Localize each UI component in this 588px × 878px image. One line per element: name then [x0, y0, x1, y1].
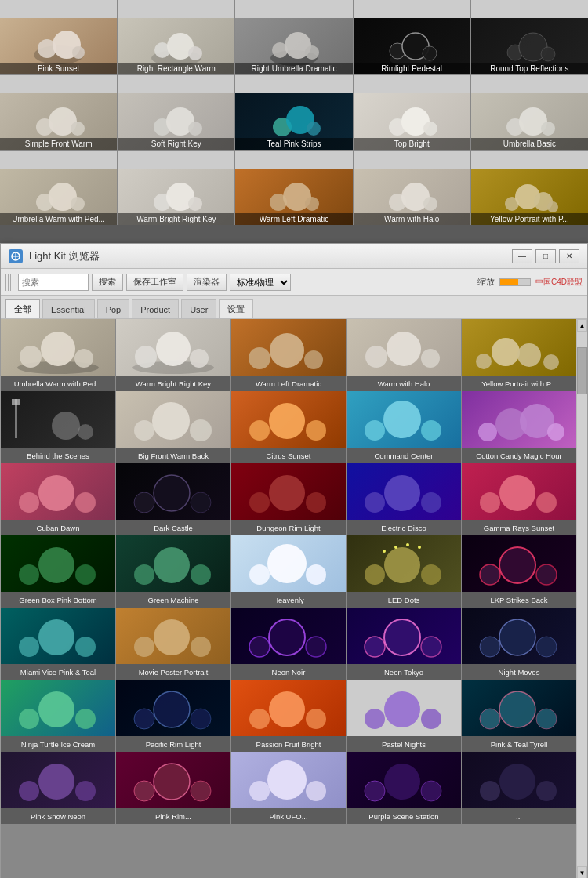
top-thumb-rimlight[interactable]: Rimlight Pedestal: [354, 0, 470, 74]
svg-point-151: [536, 709, 557, 729]
top-thumb-umbrella-warm-ped[interactable]: Umbrella Warm with Ped...: [0, 151, 117, 225]
svg-point-66: [421, 349, 440, 368]
top-thumb-label: Soft Right Key: [118, 138, 234, 150]
search-button[interactable]: 搜索: [92, 274, 123, 291]
grid-item-heavenly[interactable]: Heavenly: [231, 535, 346, 608]
grid-item-dark-castle[interactable]: Dark Castle: [116, 463, 230, 535]
grid-item-dungeon[interactable]: Dungeon Rim Light: [231, 463, 346, 535]
grid-item-movie-poster[interactable]: Movie Poster Portrait: [116, 608, 230, 680]
grid-item-warm-bright[interactable]: Warm Bright Right Key: [116, 319, 230, 391]
grid-item-miami-vice[interactable]: Miami Vice Pink & Teal: [1, 608, 115, 680]
grid-item-pastel-nights[interactable]: Pastel Nights: [347, 680, 461, 752]
tab-settings[interactable]: 设置: [219, 299, 253, 318]
svg-point-144: [269, 691, 305, 727]
tab-essential[interactable]: Essential: [42, 299, 95, 318]
grid-item-lkp-strikes[interactable]: LKP Strikes Back: [462, 535, 576, 608]
grid-item-green-machine[interactable]: Green Machine: [116, 535, 230, 608]
svg-point-166: [536, 781, 557, 801]
svg-point-80: [306, 420, 326, 441]
grid-item-neon-noir[interactable]: Neon Noir: [231, 608, 346, 680]
grid-item-pink-teal[interactable]: Pink & Teal Tyrell: [462, 680, 576, 752]
top-thumb-right-rect[interactable]: Right Rectangle Warm: [118, 0, 234, 74]
close-button[interactable]: ✕: [559, 249, 579, 263]
top-thumb-pink-sunset[interactable]: Pink Sunset: [0, 0, 117, 74]
grid-item-warm-halo[interactable]: Warm with Halo: [347, 319, 461, 391]
top-thumb-warm-halo[interactable]: Warm with Halo: [354, 151, 470, 225]
grid-item-label: Cotton Candy Magic Hour: [462, 448, 576, 463]
grid-item-purple-scene[interactable]: Purple Scene Station: [347, 752, 461, 824]
scrollbar-up-arrow[interactable]: ▲: [577, 319, 587, 332]
svg-point-68: [492, 338, 520, 366]
top-thumb-teal-pink[interactable]: Teal Pink Strips: [235, 75, 352, 150]
grid-item-electric-disco[interactable]: Electric Disco: [347, 463, 461, 535]
svg-point-60: [190, 349, 209, 368]
svg-point-138: [38, 691, 74, 727]
scrollbar-track[interactable]: ▲ ▼: [576, 319, 587, 878]
search-input[interactable]: [18, 274, 89, 291]
svg-point-141: [154, 691, 190, 727]
renderer-select[interactable]: 标准/物理: [230, 274, 291, 291]
top-thumb-warm-bright-right[interactable]: Warm Bright Right Key: [118, 151, 234, 225]
svg-point-33: [541, 122, 555, 136]
svg-point-79: [269, 403, 305, 439]
tab-product[interactable]: Product: [132, 299, 179, 318]
grid-row-7: Pink Snow Neon Pink Rim...: [1, 752, 576, 824]
maximize-button[interactable]: □: [535, 249, 556, 263]
grid-item-umbrella-warm[interactable]: Umbrella Warm with Ped...: [1, 319, 115, 391]
grid-item-pink-rim[interactable]: Pink Rim...: [116, 752, 230, 824]
grid-item-cotton-candy[interactable]: Cotton Candy Magic Hour: [462, 391, 576, 463]
grid-item-led-dots[interactable]: LED Dots: [347, 535, 461, 608]
minimize-button[interactable]: —: [512, 249, 532, 263]
top-thumb-label: Simple Front Warm: [0, 138, 117, 150]
scrollbar-down-arrow[interactable]: ▼: [577, 866, 587, 878]
grid-item-pacific-rim[interactable]: Pacific Rim Light: [116, 680, 230, 752]
top-thumb-top-bright[interactable]: Top Bright: [354, 75, 470, 150]
grid-item-pink-snow[interactable]: Pink Snow Neon: [1, 752, 115, 824]
svg-point-114: [421, 564, 441, 585]
svg-point-73: [52, 412, 80, 440]
zoom-bar[interactable]: [499, 278, 531, 286]
top-thumb-soft-right[interactable]: Soft Right Key: [118, 75, 234, 150]
top-thumb-label: Umbrella Basic: [471, 138, 588, 150]
grid-item-cuban-dawn[interactable]: Cuban Dawn: [1, 463, 115, 535]
grid-item-pink-ufo[interactable]: Pink UFO...: [231, 752, 346, 824]
top-thumb-label: Warm Left Dramatic: [235, 213, 352, 225]
grid-item-night-moves[interactable]: Night Moves: [462, 608, 576, 680]
grid-item-big-front-warm[interactable]: Big Front Warm Back: [116, 391, 230, 463]
top-thumb-round-top[interactable]: Round Top Reflections: [471, 0, 588, 74]
grid-item-ninja-turtle[interactable]: Ninja Turtle Ice Cream: [1, 680, 115, 752]
svg-point-125: [134, 637, 154, 657]
window-controls[interactable]: — □ ✕: [512, 249, 579, 263]
top-thumb-label: Top Bright: [354, 138, 470, 150]
grid-item-gamma-rays[interactable]: Gamma Rays Sunset: [462, 463, 576, 535]
top-thumb-right-umbrella[interactable]: Right Umbrella Dramatic: [235, 0, 352, 74]
grid-item-green-box[interactable]: Green Box Pink Bottom: [1, 535, 115, 608]
top-thumb-label: Umbrella Warm with Ped...: [0, 213, 117, 225]
svg-point-55: [41, 332, 75, 366]
grid-item-yellow-portrait[interactable]: Yellow Portrait with P...: [462, 319, 576, 391]
grid-item-label: Electric Disco: [347, 520, 461, 535]
grid-item-label: Night Moves: [462, 664, 576, 680]
save-workspace-button[interactable]: 保存工作室: [126, 274, 183, 291]
grid-item-passion-fruit[interactable]: Passion Fruit Bright: [231, 680, 346, 752]
svg-point-163: [421, 781, 441, 801]
grid-item-last[interactable]: ...: [462, 752, 576, 824]
renderer-button[interactable]: 渲染器: [187, 274, 227, 291]
top-thumb-simple-front[interactable]: Simple Front Warm: [0, 75, 117, 150]
top-thumb-umbrella-basic[interactable]: Umbrella Basic: [471, 75, 588, 150]
svg-point-111: [306, 564, 326, 585]
grid-item-warm-left[interactable]: Warm Left Dramatic: [231, 319, 346, 391]
grid-item-citrus[interactable]: Citrus Sunset: [231, 391, 346, 463]
tab-user[interactable]: User: [181, 299, 216, 318]
svg-point-42: [305, 197, 319, 211]
tab-all[interactable]: 全部: [5, 299, 40, 318]
background-c4d-window: Pink Sunset Right Rectangle Warm: [0, 0, 588, 243]
grid-item-neon-tokyo[interactable]: Neon Tokyo: [347, 608, 461, 680]
scrollbar-thumb[interactable]: [577, 347, 587, 394]
top-thumb-yellow-portrait-top[interactable]: Yellow Portrait with P...: [471, 151, 588, 225]
svg-point-115: [383, 550, 386, 553]
grid-item-behind-scenes[interactable]: Behind the Scenes: [1, 391, 115, 463]
tab-pop[interactable]: Pop: [97, 299, 130, 318]
grid-item-command-center[interactable]: Command Center: [347, 391, 461, 463]
top-thumb-warm-left-dramatic[interactable]: Warm Left Dramatic: [235, 151, 352, 225]
